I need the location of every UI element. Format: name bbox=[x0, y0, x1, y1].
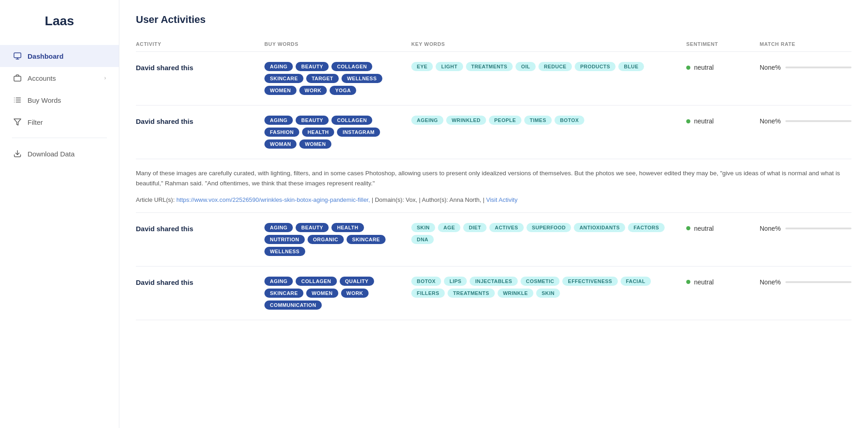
key-word-tag: ANTIOXIDANTS bbox=[574, 223, 625, 232]
sidebar-item-filter-label: Filter bbox=[28, 118, 43, 126]
list-icon bbox=[13, 95, 22, 105]
key-word-tag: BOTOX bbox=[554, 116, 584, 125]
key-word-tag: SUPERFOOD bbox=[526, 223, 571, 232]
sidebar-item-filter[interactable]: Filter bbox=[0, 111, 119, 133]
buy-word-tag: AGING bbox=[264, 62, 293, 71]
key-word-tag: PEOPLE bbox=[489, 116, 521, 125]
buy-words-cell: AGINGBEAUTYCOLLAGENSKINCARETARGETWELLNES… bbox=[264, 62, 411, 95]
activity-row: David shared thisAGINGBEAUTYCOLLAGENSKIN… bbox=[136, 52, 851, 106]
activity-title: David shared this bbox=[136, 277, 264, 286]
activity-row: David shared thisAGINGCOLLAGENQUALITYSKI… bbox=[136, 267, 851, 320]
buy-word-tag: COLLAGEN bbox=[331, 116, 372, 125]
col-activity: ACTIVITY bbox=[136, 41, 264, 47]
buy-word-tag: AGING bbox=[264, 223, 293, 232]
visit-activity-link[interactable]: Visit Activity bbox=[486, 196, 517, 203]
sidebar-item-download-data-label: Download Data bbox=[28, 150, 75, 158]
key-word-tag: ACTIVES bbox=[489, 223, 524, 232]
match-rate-bar bbox=[785, 281, 851, 283]
buy-word-tag: AGING bbox=[264, 116, 293, 125]
match-rate-cell: None% bbox=[760, 223, 851, 232]
key-word-tag: FACTORS bbox=[628, 223, 664, 232]
key-word-tag: DNA bbox=[411, 235, 434, 244]
key-words-cell: EYELIGHTTREATMENTSOILREDUCEPRODUCTSBLUE bbox=[411, 62, 686, 71]
match-rate-label: None% bbox=[760, 117, 781, 125]
key-word-tag: TREATMENTS bbox=[448, 289, 495, 298]
buy-word-tag: BEAUTY bbox=[296, 223, 329, 232]
activity-row: David shared thisAGINGBEAUTYCOLLAGENFASH… bbox=[136, 106, 851, 159]
svg-rect-3 bbox=[14, 76, 21, 81]
buy-word-tag: NUTRITION bbox=[264, 235, 305, 244]
sidebar-item-buy-words-label: Buy Words bbox=[28, 96, 61, 104]
buy-word-tag: COLLAGEN bbox=[331, 62, 372, 71]
key-word-tag: LIPS bbox=[444, 277, 467, 286]
buy-word-tag: AGING bbox=[264, 277, 293, 286]
key-word-tag: LIGHT bbox=[436, 62, 463, 71]
article-row: Many of these images are carefully curat… bbox=[136, 159, 851, 213]
article-url-link[interactable]: https://www.vox.com/22526590/wrinkles-sk… bbox=[176, 196, 370, 203]
buy-word-tag: HEALTH bbox=[331, 223, 364, 232]
key-word-tag: FILLERS bbox=[411, 289, 445, 298]
buy-word-tag: BEAUTY bbox=[296, 62, 329, 71]
buy-word-tag: YOGA bbox=[330, 86, 356, 95]
key-word-tag: BLUE bbox=[618, 62, 644, 71]
table-header: ACTIVITY BUY WORDS KEY WORDS SENTIMENT M… bbox=[136, 37, 851, 52]
col-key-words: KEY WORDS bbox=[411, 41, 686, 47]
buy-word-tag: SKINCARE bbox=[264, 74, 303, 83]
buy-word-tag: WOMEN bbox=[299, 139, 331, 149]
key-word-tag: AGE bbox=[438, 223, 460, 232]
key-word-tag: REDUCE bbox=[538, 62, 572, 71]
col-buy-words: BUY WORDS bbox=[264, 41, 411, 47]
buy-word-tag: WOMEN bbox=[306, 289, 338, 298]
buy-word-tag: COMMUNICATION bbox=[264, 300, 322, 310]
key-word-tag: COSMETIC bbox=[521, 277, 560, 286]
buy-word-tag: WELLNESS bbox=[342, 74, 382, 83]
activity-title: David shared this bbox=[136, 62, 264, 72]
sentiment-label: neutral bbox=[694, 117, 714, 125]
sidebar-item-accounts[interactable]: Accounts › bbox=[0, 67, 119, 89]
key-word-tag: PRODUCTS bbox=[575, 62, 616, 71]
key-words-cell: SKINAGEDIETACTIVESSUPERFOODANTIOXIDANTSF… bbox=[411, 223, 686, 244]
main-content: User Activities ACTIVITY BUY WORDS KEY W… bbox=[119, 0, 868, 428]
download-icon bbox=[13, 149, 22, 158]
key-word-tag: EYE bbox=[411, 62, 433, 71]
sentiment-dot bbox=[686, 119, 690, 123]
match-rate-bar bbox=[785, 67, 851, 68]
activity-title: David shared this bbox=[136, 223, 264, 233]
chevron-right-icon: › bbox=[104, 75, 106, 81]
key-word-tag: SKIN bbox=[536, 289, 560, 298]
buy-word-tag: BEAUTY bbox=[296, 116, 329, 125]
sidebar-item-download-data[interactable]: Download Data bbox=[0, 143, 119, 165]
match-rate-label: None% bbox=[760, 278, 781, 286]
buy-words-cell: AGINGBEAUTYCOLLAGENFASHIONHEALTHINSTAGRA… bbox=[264, 116, 411, 149]
sentiment-dot bbox=[686, 66, 690, 70]
key-word-tag: BOTOX bbox=[411, 277, 441, 286]
match-rate-cell: None% bbox=[760, 62, 851, 71]
svg-marker-10 bbox=[14, 119, 21, 125]
buy-word-tag: SKINCARE bbox=[347, 235, 386, 244]
buy-word-tag: WOMAN bbox=[264, 139, 297, 149]
buy-word-tag: WELLNESS bbox=[264, 247, 305, 256]
article-text: Many of these images are carefully curat… bbox=[136, 168, 851, 189]
match-rate-cell: None% bbox=[760, 116, 851, 125]
sidebar: Laas Dashboard Accounts › Buy Words Filt… bbox=[0, 0, 119, 428]
key-word-tag: TREATMENTS bbox=[466, 62, 513, 71]
sidebar-item-buy-words[interactable]: Buy Words bbox=[0, 89, 119, 111]
match-rate-bar bbox=[785, 120, 851, 122]
buy-word-tag: COLLAGEN bbox=[296, 277, 336, 286]
key-word-tag: SKIN bbox=[411, 223, 435, 232]
key-word-tag: AGEING bbox=[411, 116, 443, 125]
activities-container: David shared thisAGINGBEAUTYCOLLAGENSKIN… bbox=[136, 52, 851, 320]
key-word-tag: INJECTABLES bbox=[470, 277, 517, 286]
match-rate-label: None% bbox=[760, 225, 781, 232]
buy-word-tag: INSTAGRAM bbox=[337, 128, 380, 137]
col-sentiment: SENTIMENT bbox=[686, 41, 760, 47]
buy-word-tag: TARGET bbox=[306, 74, 339, 83]
key-word-tag: DIET bbox=[463, 223, 487, 232]
briefcase-icon bbox=[13, 73, 22, 83]
sentiment-cell: neutral bbox=[686, 223, 760, 232]
sidebar-item-dashboard[interactable]: Dashboard bbox=[0, 45, 119, 67]
key-word-tag: EFFECTIVENESS bbox=[562, 277, 617, 286]
buy-word-tag: WORK bbox=[299, 86, 327, 95]
match-rate-cell: None% bbox=[760, 277, 851, 286]
sentiment-cell: neutral bbox=[686, 62, 760, 71]
